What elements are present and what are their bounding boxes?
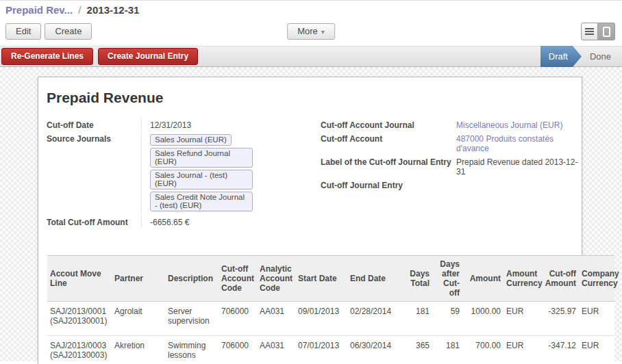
table-cell: 59 [432,302,462,336]
column-header[interactable]: Cut-off Account Code [219,256,257,302]
cutoff-account-journal-label: Cut-off Account Journal [321,118,456,130]
breadcrumb-separator: / [75,4,84,16]
table-cell: 181 [432,336,462,364]
form-group-right: Cut-off Account Journal Miscellaneous Jo… [321,118,582,229]
table-cell: 1000.00 [462,302,503,336]
content-area: Prepaid Revenue Cut-off Date 12/31/2013 … [0,67,622,361]
source-journals-tags: Sales Journal (EUR)Sales Refund Journal … [141,132,312,213]
table-cell: EUR [503,302,540,336]
table-cell: 09/01/2013 [295,302,347,336]
cutoff-date-value[interactable]: 12/31/2013 [141,118,321,130]
column-header[interactable]: Amount Currency [503,256,540,302]
more-dropdown-button[interactable]: More▾ [287,23,335,40]
edit-button[interactable]: Edit [5,23,41,40]
table-cell: 02/28/2014 [347,302,405,336]
source-journals-label: Source Journals [47,132,141,213]
journal-tag[interactable]: Sales Credit Note Journal - (test) (EUR) [150,192,253,211]
journal-entry-label-value: Prepaid Revenue dated 2013-12-31 [456,155,580,177]
table-body: SAJ/2013/0001 (SAJ20130001)AgrolaitServe… [47,302,614,364]
table-cell: EUR [503,336,540,364]
status-bar: Re-Generate Lines Create Journal Entry D… [0,46,622,67]
column-header[interactable]: Company Currency [579,256,614,302]
view-switcher [581,23,615,40]
top-header: Prepaid Rev... / 2013-12-31 Edit Create … [0,0,622,46]
total-cutoff-amount-value: -6656.65 € [141,216,321,227]
cutoff-date-label: Cut-off Date [47,118,141,130]
table-cell: 06/30/2014 [347,336,405,364]
form-view-button[interactable] [598,23,615,40]
table-cell: Akretion [112,336,165,364]
create-button[interactable]: Create [45,23,92,40]
table-cell: AA031 [257,302,295,336]
table-cell: 365 [405,336,432,364]
table-cell: -347.12 [540,336,579,364]
form-sheet: Prepaid Revenue Cut-off Date 12/31/2013 … [38,77,582,364]
table-cell: 07/01/2013 [295,336,347,364]
column-header[interactable]: Days after Cut-off [432,256,462,302]
status-draft[interactable]: Draft [540,46,582,67]
column-header[interactable]: Amount [462,256,503,302]
cutoff-account-journal-value[interactable]: Miscellaneous Journal (EUR) [456,118,580,130]
table-cell: Swimming lessons [165,336,219,364]
page-title: Prepaid Revenue [47,90,582,106]
table-cell: EUR [579,336,614,364]
table-cell: 181 [405,302,432,336]
cutoff-journal-entry-value[interactable] [456,179,580,190]
table-cell: Agrolait [112,302,165,336]
journal-entry-label-label: Label of the Cut-off Journal Entry [321,155,456,177]
table-cell: 706000 [219,336,257,364]
table-header-row: Accout Move LinePartnerDescriptionCut-of… [47,256,614,302]
column-header[interactable]: End Date [347,256,405,302]
total-cutoff-amount-label: Total Cut-off Amount [47,216,141,227]
form-group-left: Cut-off Date 12/31/2013 Source Journals … [47,118,321,229]
cutoff-lines-table-zone: Accout Move LinePartnerDescriptionCut-of… [47,255,614,364]
column-header[interactable]: Partner [112,256,165,302]
create-journal-entry-button[interactable]: Create Journal Entry [98,48,198,65]
action-toolbar: Edit Create More▾ [0,17,622,46]
table-cell: EUR [579,302,614,336]
column-header[interactable]: Accout Move Line [47,256,112,302]
table-row[interactable]: SAJ/2013/0001 (SAJ20130001)AgrolaitServe… [47,302,614,336]
column-header[interactable]: Start Date [295,256,347,302]
cutoff-journal-entry-label: Cut-off Journal Entry [321,179,456,190]
caret-down-icon: ▾ [318,28,325,36]
breadcrumb-current: 2013-12-31 [87,4,140,16]
column-header[interactable]: Description [165,256,219,302]
table-cell: -325.97 [540,302,579,336]
journal-tag[interactable]: Sales Journal (EUR) [150,134,232,146]
cutoff-account-value[interactable]: 487000 Produits constatés d'avance [456,132,580,153]
table-cell: 706000 [219,302,257,336]
table-cell: SAJ/2013/0003 (SAJ20130003) [47,336,112,364]
cutoff-account-label: Cut-off Account [321,132,456,153]
form-icon [603,27,610,37]
table-row[interactable]: SAJ/2013/0003 (SAJ20130003)AkretionSwimm… [47,336,614,364]
breadcrumb-parent-link[interactable]: Prepaid Rev... [5,4,73,16]
form-fields: Cut-off Date 12/31/2013 Source Journals … [47,118,582,229]
cutoff-lines-table: Accout Move LinePartnerDescriptionCut-of… [47,255,614,364]
table-cell: Server supervision [165,302,219,336]
status-done[interactable]: Done [590,51,611,62]
table-cell: SAJ/2013/0001 (SAJ20130001) [47,302,112,336]
journal-tag[interactable]: Sales Refund Journal (EUR) [150,148,253,168]
column-header[interactable]: Days Total [405,256,432,302]
breadcrumb: Prepaid Rev... / 2013-12-31 [0,1,622,17]
list-view-button[interactable] [581,23,598,40]
regenerate-lines-button[interactable]: Re-Generate Lines [1,48,93,65]
table-cell: 700.00 [462,336,503,364]
column-header[interactable]: Cut-off Amount [540,256,579,302]
column-header[interactable]: Analytic Account Code [257,256,295,302]
list-icon [585,27,594,36]
more-label: More [297,26,318,36]
journal-tag[interactable]: Sales Journal - (test) (EUR) [150,170,253,190]
table-cell: AA031 [257,336,295,364]
